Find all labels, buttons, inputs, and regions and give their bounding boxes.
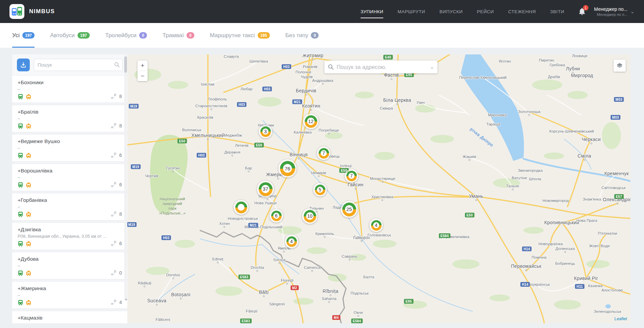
sidebar-search-input[interactable] xyxy=(34,59,123,71)
list-item[interactable]: +Бохоники–8 xyxy=(12,75,127,103)
tab-4[interactable]: Маршрутне таксі195 xyxy=(210,23,270,48)
road-shield: M21 xyxy=(292,99,302,104)
map[interactable]: Національнийприроднийпарк«Подільські...»… xyxy=(127,54,630,323)
tab-label: Автобуси xyxy=(50,32,75,39)
nav-item-0[interactable]: ЗУПИНКИ xyxy=(361,0,384,23)
stop-title: +Дубова xyxy=(18,256,122,262)
stop-meta-row: 4 xyxy=(18,299,122,305)
routes-count-icon xyxy=(111,211,117,217)
cluster-ring: 76 xyxy=(280,161,295,176)
list-item[interactable]: +Ведмеже Вушко–6 xyxy=(12,134,127,162)
leaflet-attribution[interactable]: Leaflet xyxy=(614,317,627,321)
stop-cluster-marker[interactable]: 4 xyxy=(285,235,298,248)
layers-button[interactable] xyxy=(614,60,626,72)
nav-item-1[interactable]: МАРШРУТИ xyxy=(398,0,425,23)
user-menu[interactable]: Менеджер по... Менеджер по п... ⌄ xyxy=(594,6,635,17)
cluster-count: 6 xyxy=(273,213,279,219)
taxi-icon xyxy=(26,153,31,158)
stop-cluster-marker[interactable] xyxy=(234,200,249,215)
bus-icon xyxy=(18,241,23,247)
road-shield: M4 xyxy=(332,315,340,320)
list-item[interactable]: +Кацмазів–4 xyxy=(12,311,127,323)
cluster-ring: 12 xyxy=(305,115,317,128)
tab-count-badge: 197 xyxy=(78,32,90,39)
zoom-out-button[interactable]: − xyxy=(137,71,148,81)
scrollbar-down-arrow[interactable]: ▾ xyxy=(125,298,127,301)
stop-routes-number: 6 xyxy=(119,153,122,158)
tab-0[interactable]: Усі197 xyxy=(12,23,35,48)
stop-title: +Дзигівка xyxy=(18,227,122,233)
bus-icon xyxy=(18,182,23,188)
list-item[interactable]: +Ворошилівка–6 xyxy=(12,164,127,191)
stop-routes-number: 8 xyxy=(119,94,122,99)
road-shield: H11 xyxy=(575,284,584,289)
tab-count-badge: 197 xyxy=(22,32,35,39)
address-search-input[interactable] xyxy=(337,64,427,70)
nav-item-4[interactable]: СТЕЖЕННЯ xyxy=(508,0,536,23)
download-button[interactable] xyxy=(17,58,30,71)
tab-2[interactable]: Тролейбуси0 xyxy=(105,23,147,48)
nav-item-3[interactable]: РЕЙСИ xyxy=(477,0,494,23)
download-icon xyxy=(20,62,26,68)
stop-routes-number: 6 xyxy=(119,182,122,187)
map-address-search: ⌄ xyxy=(324,61,437,73)
list-item[interactable]: +ДзигівкаР08, Винницкая обл., Украина, 3… xyxy=(12,222,127,250)
tab-label: Усі xyxy=(12,32,20,39)
cluster-count: 10 xyxy=(306,212,313,219)
road-shield: E95 xyxy=(404,299,413,304)
zoom-in-button[interactable]: + xyxy=(137,61,148,71)
tab-5[interactable]: Без типу0 xyxy=(285,23,319,48)
notifications-button[interactable]: 1 xyxy=(578,7,587,16)
stop-subtitle: – xyxy=(18,87,119,92)
road-shield: M03 xyxy=(610,115,620,120)
cluster-count: 7 xyxy=(348,173,355,179)
stop-cluster-marker[interactable]: 37 xyxy=(257,181,274,197)
stop-cluster-marker[interactable]: 6 xyxy=(270,209,283,222)
stop-type-icons xyxy=(18,153,31,158)
stop-meta-row: 8 xyxy=(18,123,122,129)
stop-routes-number: 4 xyxy=(119,300,122,305)
road-shield: E50 xyxy=(465,213,474,217)
road-shield: M19 xyxy=(129,104,138,109)
road-shield: H14 xyxy=(520,282,530,287)
stop-subtitle: – xyxy=(18,145,119,150)
list-item[interactable]: +Дубова–0 xyxy=(12,252,127,279)
notification-badge: 1 xyxy=(583,5,588,10)
stop-cluster-marker[interactable]: 7 xyxy=(345,169,358,183)
stop-cluster-marker[interactable]: 76 xyxy=(278,159,297,178)
park-label-line: парк xyxy=(159,206,186,211)
road-shield: E584 xyxy=(351,319,363,323)
routes-count-icon xyxy=(111,152,117,158)
nimbus-logo-icon[interactable] xyxy=(9,4,24,19)
stop-cluster-marker[interactable]: 25 xyxy=(341,201,358,218)
list-item[interactable]: +Браїлів–8 xyxy=(12,105,127,132)
stop-type-icons xyxy=(18,270,31,276)
bus-icon xyxy=(18,211,23,217)
stop-meta-row: 6 xyxy=(18,240,122,247)
stop-cluster-marker[interactable]: 5 xyxy=(313,183,327,196)
cluster-count: 5 xyxy=(317,187,323,193)
sidebar-scrollbar[interactable]: ▾ xyxy=(124,55,127,301)
routes-count-icon xyxy=(111,270,117,276)
nav-item-2[interactable]: ВИПУСКИ xyxy=(439,0,463,23)
nav-item-5[interactable]: ЗВІТИ xyxy=(550,0,564,23)
stop-meta-row: 8 xyxy=(18,93,122,99)
stop-cluster-marker[interactable]: 4 xyxy=(369,218,383,232)
road-shield: E584 xyxy=(439,233,450,238)
chevron-down-icon[interactable]: ⌄ xyxy=(430,64,434,70)
routes-count-icon xyxy=(111,123,117,129)
scrollbar-thumb[interactable] xyxy=(124,56,127,73)
list-item[interactable]: +Горбанівка–8 xyxy=(12,193,127,220)
stop-title: +Браїлів xyxy=(18,109,122,115)
list-item[interactable]: +Жмеринка–4 xyxy=(12,281,127,309)
road-shield: M19 xyxy=(127,222,137,227)
tab-1[interactable]: Автобуси197 xyxy=(50,23,90,48)
routes-count-icon xyxy=(111,299,117,305)
stop-cluster-marker[interactable]: 12 xyxy=(303,114,319,129)
stop-cluster-marker[interactable]: 3 xyxy=(259,125,272,138)
stop-cluster-marker[interactable]: 7 xyxy=(317,146,330,160)
stop-cluster-marker[interactable]: 10 xyxy=(302,208,318,224)
road-shield: E583 xyxy=(240,319,252,323)
map-zoom-control: + − xyxy=(137,61,148,81)
tab-3[interactable]: Трамваї0 xyxy=(163,23,194,48)
